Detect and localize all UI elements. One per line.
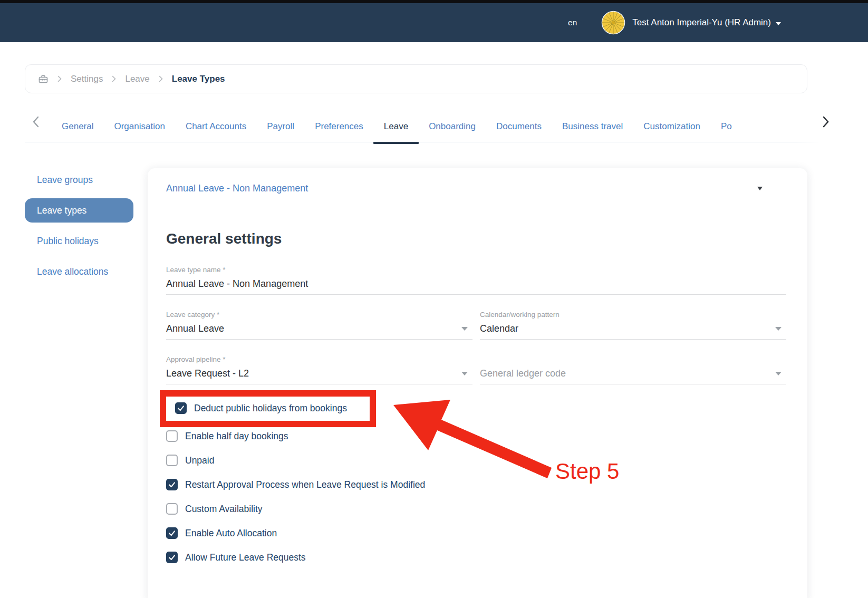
checkbox-icon	[166, 479, 178, 490]
field-leave-type-name: Leave type name * Annual Leave - Non Man…	[166, 266, 786, 295]
sidebar-item-leave-allocations[interactable]: Leave allocations	[25, 256, 133, 287]
tab-business-travel[interactable]: Business travel	[562, 121, 623, 132]
checkbox-label: Deduct public holidays from bookings	[194, 403, 347, 414]
field-value: Annual Leave	[166, 323, 224, 334]
field-value: Leave Request - L2	[166, 368, 249, 379]
field-calendar-working-pattern: Calendar/working pattern Calendar	[480, 311, 786, 340]
checkbox-label: Enable half day bookings	[185, 431, 288, 442]
tab-onboarding[interactable]: Onboarding	[429, 121, 476, 132]
tab-organisation[interactable]: Organisation	[114, 121, 165, 132]
field-label: Leave type name *	[166, 266, 786, 274]
sidebar-item-leave-groups[interactable]: Leave groups	[25, 165, 133, 195]
chevron-right-icon	[822, 115, 830, 128]
check-icon	[167, 479, 177, 490]
tab-customization[interactable]: Customization	[643, 121, 700, 132]
breadcrumb-separator-icon	[159, 75, 163, 82]
top-navigation-bar: en Test Anton Imperial-Yu (HR Admin)	[0, 3, 868, 42]
settings-tab-bar: General Organisation Chart Accounts Payr…	[25, 93, 851, 142]
chevron-down-icon	[775, 372, 782, 375]
leave-settings-sidebar: Leave groups Leave types Public holidays…	[0, 142, 148, 287]
leave-settings-body: Leave groups Leave types Public holidays…	[0, 142, 868, 598]
check-icon	[167, 527, 177, 539]
leave-type-name-input[interactable]: Annual Leave - Non Management	[166, 278, 786, 295]
step-highlight-frame: Deduct public holidays from bookings	[160, 390, 376, 427]
chevron-down-icon	[775, 327, 782, 331]
user-name: Test Anton Imperial-Yu (HR Admin)	[632, 17, 771, 28]
leave-type-selector-value: Annual Leave - Non Management	[166, 182, 308, 195]
chevron-down-icon	[461, 327, 468, 331]
tab-leave[interactable]: Leave	[384, 121, 408, 132]
user-avatar	[601, 11, 625, 35]
user-menu-caret-icon	[776, 22, 781, 25]
checkbox-icon	[166, 430, 178, 442]
checkbox-label: Allow Future Leave Requests	[185, 552, 306, 563]
breadcrumb-item-leave-types: Leave Types	[172, 74, 225, 84]
tab-preferences[interactable]: Preferences	[315, 121, 363, 132]
user-menu[interactable]: Test Anton Imperial-Yu (HR Admin)	[601, 11, 781, 35]
tab-documents[interactable]: Documents	[496, 121, 542, 132]
checkbox-enable-auto-allocation[interactable]: Enable Auto Allocation	[166, 527, 786, 539]
breadcrumb-separator-icon	[112, 75, 116, 82]
checkbox-label: Custom Availability	[185, 504, 263, 515]
field-label: Approval pipeline *	[166, 355, 472, 363]
field-placeholder: General ledger code	[480, 368, 566, 379]
tab-payroll[interactable]: Payroll	[267, 121, 294, 132]
calendar-working-pattern-select[interactable]: Calendar	[480, 323, 786, 340]
chevron-down-icon	[461, 372, 468, 375]
field-value: Annual Leave - Non Management	[166, 278, 308, 290]
chevron-down-icon	[757, 187, 763, 190]
approval-pipeline-select[interactable]: Leave Request - L2	[166, 368, 472, 384]
checkbox-label: Restart Approval Process when Leave Requ…	[185, 479, 425, 490]
breadcrumb-item-leave[interactable]: Leave	[125, 74, 149, 84]
tabs-scroll-left-button[interactable]	[32, 115, 40, 128]
general-ledger-code-select[interactable]: General ledger code	[480, 368, 786, 384]
language-selector[interactable]: en	[568, 18, 577, 27]
field-grid: Leave category * Annual Leave Calendar/w…	[166, 311, 786, 384]
leave-type-settings-card: Annual Leave - Non Management General se…	[148, 168, 807, 598]
checkbox-enable-half-day[interactable]: Enable half day bookings	[166, 430, 786, 442]
checkbox-icon	[166, 455, 178, 466]
checkbox-unpaid[interactable]: Unpaid	[166, 454, 786, 467]
tab-general[interactable]: General	[62, 121, 93, 132]
checkbox-allow-future-leave[interactable]: Allow Future Leave Requests	[166, 551, 786, 564]
breadcrumb-separator-icon	[57, 75, 62, 82]
field-approval-pipeline: Approval pipeline * Leave Request - L2	[166, 355, 472, 384]
checkbox-label: Unpaid	[185, 455, 214, 466]
briefcase-icon[interactable]	[38, 74, 49, 84]
checkbox-icon	[175, 402, 187, 414]
field-general-ledger-code: General ledger code	[480, 363, 786, 384]
checkbox-icon	[166, 503, 178, 515]
checkbox-custom-availability[interactable]: Custom Availability	[166, 503, 786, 515]
field-label: Leave category *	[166, 311, 472, 319]
sidebar-item-leave-types[interactable]: Leave types	[25, 198, 133, 223]
leave-category-select[interactable]: Annual Leave	[166, 323, 472, 340]
sidebar-item-public-holidays[interactable]: Public holidays	[25, 226, 133, 256]
checkbox-deduct-public-holidays[interactable]: Deduct public holidays from bookings	[175, 402, 370, 414]
tab-overflow-cutoff[interactable]: Po	[721, 121, 732, 132]
field-value: Calendar	[480, 323, 518, 334]
field-label: Calendar/working pattern	[480, 311, 786, 319]
checkbox-restart-approval[interactable]: Restart Approval Process when Leave Requ…	[166, 478, 786, 491]
check-icon	[176, 402, 186, 414]
checkbox-label: Enable Auto Allocation	[185, 528, 277, 539]
leave-type-selector[interactable]: Annual Leave - Non Management	[166, 182, 786, 195]
tab-list: General Organisation Chart Accounts Payr…	[62, 93, 851, 142]
chevron-left-icon	[32, 115, 40, 128]
checkbox-icon	[166, 552, 178, 563]
tabs-scroll-right-button[interactable]	[822, 115, 830, 128]
checkbox-icon	[166, 527, 178, 539]
check-icon	[167, 552, 177, 563]
field-leave-category: Leave category * Annual Leave	[166, 311, 472, 340]
tab-chart-accounts[interactable]: Chart Accounts	[186, 121, 246, 132]
section-title: General settings	[166, 230, 786, 247]
checkbox-list: Deduct public holidays from bookings Ena…	[166, 390, 786, 564]
breadcrumb: Settings Leave Leave Types	[25, 64, 807, 93]
breadcrumb-item-settings[interactable]: Settings	[71, 74, 103, 84]
